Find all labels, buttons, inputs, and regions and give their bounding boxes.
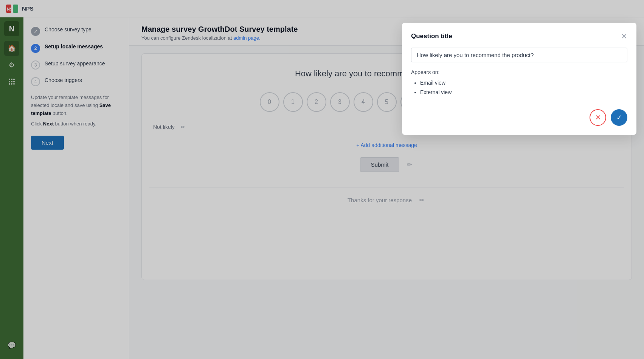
modal-confirm-button[interactable]: ✓: [611, 109, 627, 126]
modal-close-button[interactable]: ✕: [621, 32, 627, 41]
question-title-input[interactable]: [411, 48, 627, 62]
modal-overlay: Question title ✕ Appears on: Email view …: [0, 0, 644, 359]
appears-on-external: External view: [420, 88, 627, 97]
modal-actions: ✕ ✓: [411, 109, 627, 126]
appears-on-list: Email view External view: [411, 78, 627, 97]
question-title-modal: Question title ✕ Appears on: Email view …: [402, 23, 636, 135]
appears-on-email: Email view: [420, 78, 627, 88]
appears-on-label: Appears on:: [411, 69, 627, 75]
modal-cancel-button[interactable]: ✕: [590, 109, 606, 126]
modal-title: Question title: [411, 32, 452, 40]
modal-header: Question title ✕: [411, 32, 627, 41]
